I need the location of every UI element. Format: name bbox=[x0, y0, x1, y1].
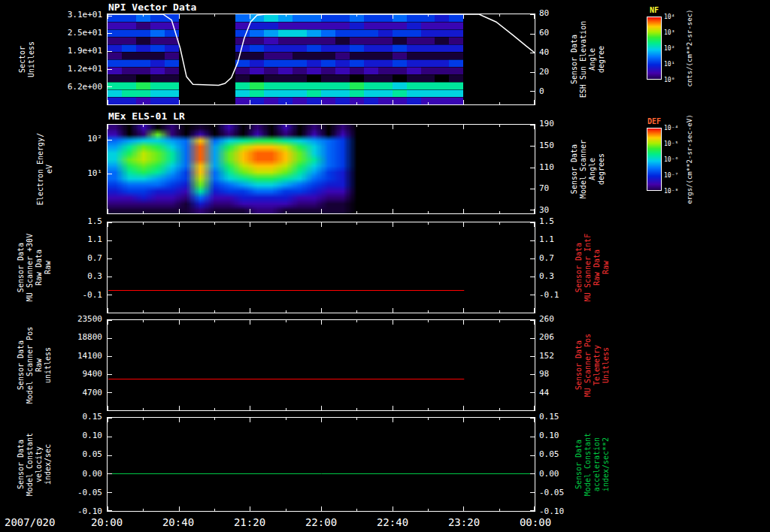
axis-label-line: Sensor Data bbox=[17, 327, 26, 404]
panel-model-scanner-pos-canvas bbox=[108, 320, 535, 410]
x-tick-label: 00:00 bbox=[520, 516, 551, 528]
axis-label-line: Angle bbox=[588, 21, 597, 98]
y-tick-label: 6.2e+00 bbox=[0, 83, 102, 92]
colorbar-unit-label: ergs/(cm**2-sr-sec-eV) bbox=[686, 114, 693, 204]
axis-label-line: Electron Energy/ bbox=[36, 133, 45, 205]
y-tick-label: 260 bbox=[539, 315, 554, 324]
colorbar-tick-label: 10⁻⁷ bbox=[664, 172, 678, 179]
colorbar-unit-label: cnts/(cm**2-sr-sec) bbox=[686, 10, 693, 87]
right-axis-label: Sensor DataESH Sun ElevationAngledegree bbox=[570, 21, 606, 98]
colorbar-tick-label: 10⁻⁸ bbox=[664, 188, 678, 195]
axis-label-line: Telemetry bbox=[593, 334, 602, 397]
panel-model-constant-velocity-canvas bbox=[108, 418, 535, 511]
colorbar-tick-label: 10² bbox=[664, 45, 675, 52]
y-tick-label: 1.1 bbox=[539, 235, 554, 244]
y-tick-label: 206 bbox=[539, 333, 554, 342]
y-tick-label: 152 bbox=[539, 352, 554, 361]
panel-mu-scanner-30v-canvas bbox=[108, 222, 535, 313]
y-tick-label: 190 bbox=[539, 119, 554, 128]
axis-label-line: degree bbox=[597, 21, 606, 98]
axis-label-line: eV bbox=[45, 133, 54, 205]
y-tick-label: 1.2e+01 bbox=[0, 65, 102, 74]
y-tick-label: 0.05 bbox=[539, 450, 559, 459]
axis-label-line: MU Scanner Pos bbox=[584, 334, 593, 397]
y-tick-label: 0.00 bbox=[539, 470, 559, 479]
x-tick-label: 22:40 bbox=[377, 516, 408, 528]
axis-label-line: Sensor Data bbox=[570, 140, 579, 198]
axis-label-line: ESH Sun Elevation bbox=[579, 21, 588, 98]
colorbar-def bbox=[647, 128, 662, 191]
x-tick-label: 22:00 bbox=[305, 516, 337, 528]
colorbar-name-def: DEF bbox=[647, 117, 661, 125]
y-tick-label: 70 bbox=[539, 184, 549, 193]
panel-title-els: MEx ELS-01 LR bbox=[108, 110, 185, 122]
axis-label-line: MU Scanner +30V bbox=[26, 234, 35, 301]
axis-label-line: index/sec**2 bbox=[602, 433, 611, 496]
axis-label-line: Model Constant bbox=[584, 433, 593, 496]
right-axis-label: Sensor DataMU Scanner IntFRaw DataRaw bbox=[574, 234, 611, 301]
panel-mu-scanner-30v bbox=[107, 222, 535, 313]
left-axis-label: SectorUnitless bbox=[18, 41, 36, 77]
axis-label-line: Model Scanner Pos bbox=[26, 327, 35, 404]
axis-label-line: Model Scanner bbox=[579, 140, 588, 198]
y-tick-label: 0.15 bbox=[539, 413, 559, 422]
axis-label-line: unitless bbox=[44, 327, 53, 404]
y-tick-label: 0.7 bbox=[539, 254, 554, 263]
colorbar-tick-label: 10⁻⁵ bbox=[664, 141, 678, 147]
colorbar-tick-label: 10³ bbox=[664, 29, 675, 36]
right-axis-label: Sensor DataModel Constantaccelerationind… bbox=[574, 433, 611, 496]
colorbar-tick-label: 10¹ bbox=[664, 61, 675, 68]
colorbar-tick-label: 10⁰ bbox=[664, 77, 675, 83]
panel-model-scanner-pos bbox=[107, 319, 535, 411]
axis-label-line: Sensor Data bbox=[570, 21, 579, 98]
axis-label-line: Sensor Data bbox=[574, 334, 584, 397]
y-tick-label: 30 bbox=[539, 206, 549, 215]
y-tick-label: 44 bbox=[539, 388, 549, 397]
axis-label-line: velocity bbox=[35, 433, 44, 496]
panel-els-energy bbox=[107, 124, 535, 214]
panel-els-energy-canvas bbox=[108, 125, 535, 213]
colorbar-tick-label: 10⁻⁶ bbox=[664, 156, 678, 163]
axis-label-line: degrees bbox=[597, 140, 606, 198]
y-tick-label: 0.3 bbox=[539, 272, 554, 281]
right-axis-label: Sensor DataModel ScannerAngledegrees bbox=[570, 140, 606, 198]
right-axis-label: Sensor DataMU Scanner PosTelemetryUnitle… bbox=[574, 334, 611, 397]
x-tick-label: 20:00 bbox=[91, 516, 123, 528]
axis-label-line: Raw bbox=[44, 234, 53, 301]
x-tick-label: 23:20 bbox=[448, 516, 480, 528]
panel-npi-sector-canvas bbox=[108, 14, 535, 104]
y-tick-label: 0.10 bbox=[539, 431, 559, 440]
y-tick-label: -0.05 bbox=[539, 488, 564, 497]
axis-label-line: Unitless bbox=[602, 334, 611, 397]
y-tick-label: 20 bbox=[539, 68, 549, 77]
axis-label-line: index/sec bbox=[44, 433, 53, 496]
y-tick-label: -0.10 bbox=[0, 507, 102, 516]
y-tick-label: 80 bbox=[539, 9, 549, 18]
y-tick-label: 3.1e+01 bbox=[0, 11, 102, 20]
y-tick-label: 2.5e+01 bbox=[0, 29, 102, 38]
colorbar-tick-label: 10⁻⁴ bbox=[664, 125, 678, 131]
y-tick-label: 98 bbox=[539, 370, 549, 379]
axis-label-line: Unitless bbox=[27, 41, 36, 77]
y-tick-label: 1.9e+01 bbox=[0, 47, 102, 56]
y-tick-label: 23500 bbox=[0, 315, 102, 324]
axis-label-line: MU Scanner IntF bbox=[584, 234, 593, 301]
axis-label-line: Raw Data bbox=[593, 234, 602, 301]
left-axis-label: Electron Energy/eV bbox=[36, 133, 54, 205]
colorbar-name-nf: NF bbox=[650, 6, 659, 14]
axis-label-line: Raw bbox=[35, 327, 44, 404]
panel-title-npi: NPI Vector Data bbox=[108, 2, 196, 13]
axis-label-line: Model Constant bbox=[26, 433, 35, 496]
axis-label-line: Sector bbox=[18, 41, 27, 77]
x-tick-label: 20:40 bbox=[162, 516, 194, 528]
plot-area: NPI Vector Data MEx ELS-01 LR 2007/020 3… bbox=[0, 0, 770, 532]
y-tick-label: 1.5 bbox=[0, 217, 102, 226]
left-axis-label: Sensor DataModel Constantvelocityindex/s… bbox=[17, 433, 53, 496]
y-tick-label: 1.5 bbox=[539, 217, 554, 226]
y-tick-label: -0.10 bbox=[539, 507, 564, 516]
axis-label-line: Raw bbox=[602, 234, 611, 301]
axis-label-line: Sensor Data bbox=[17, 433, 26, 496]
colorbar-tick-label: 10⁴ bbox=[664, 14, 675, 20]
x-tick-label: 21:20 bbox=[234, 516, 265, 528]
panel-model-constant-velocity bbox=[107, 417, 535, 512]
